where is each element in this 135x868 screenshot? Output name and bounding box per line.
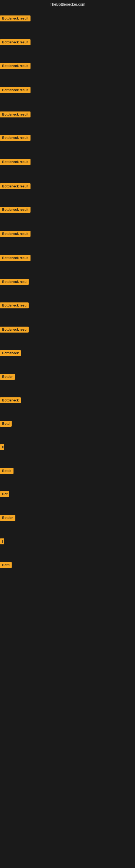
- bottleneck-item-2: Bottleneck result: [0, 63, 31, 70]
- bottleneck-item-11: Bottleneck resu: [0, 279, 29, 286]
- bottleneck-item-9: Bottleneck result: [0, 231, 31, 238]
- site-header: TheBottlenecker.com: [0, 0, 135, 8]
- bottleneck-badge-8[interactable]: Bottleneck result: [0, 207, 31, 213]
- bottleneck-badge-9[interactable]: Bottleneck result: [0, 231, 31, 237]
- site-title: TheBottlenecker.com: [50, 2, 85, 6]
- bottleneck-badge-18[interactable]: B: [0, 444, 4, 450]
- bottleneck-badge-7[interactable]: Bottleneck result: [0, 183, 31, 189]
- bottleneck-badge-5[interactable]: Bottleneck result: [0, 135, 31, 141]
- bottleneck-badge-21[interactable]: Bottlen: [0, 515, 15, 521]
- bottleneck-item-13: Bottleneck resu: [0, 327, 29, 334]
- bottleneck-item-8: Bottleneck result: [0, 207, 31, 214]
- bottleneck-item-19: Bottle: [0, 468, 13, 475]
- bottleneck-badge-12[interactable]: Bottleneck resu: [0, 303, 29, 308]
- bottleneck-item-15: Bottler: [0, 374, 15, 381]
- bottleneck-badge-23[interactable]: Bottl: [0, 562, 12, 568]
- bottleneck-item-21: Bottlen: [0, 515, 15, 522]
- bottleneck-badge-0[interactable]: Bottleneck result: [0, 16, 31, 22]
- bottleneck-item-18: B: [0, 444, 4, 452]
- bottleneck-item-20: Bot: [0, 491, 9, 498]
- bottleneck-item-6: Bottleneck result: [0, 159, 31, 166]
- bottleneck-badge-19[interactable]: Bottle: [0, 468, 13, 474]
- bottleneck-badge-10[interactable]: Bottleneck result: [0, 255, 31, 261]
- bottleneck-item-17: Bottl: [0, 421, 12, 428]
- bottleneck-badge-16[interactable]: Bottleneck: [0, 397, 21, 403]
- bottleneck-item-14: Bottleneck: [0, 350, 21, 357]
- bottleneck-badge-11[interactable]: Bottleneck resu: [0, 279, 29, 285]
- bottleneck-item-23: Bottl: [0, 562, 12, 569]
- bottleneck-item-0: Bottleneck result: [0, 16, 31, 23]
- bottleneck-item-5: Bottleneck result: [0, 135, 31, 142]
- bottleneck-item-22: |: [0, 538, 4, 546]
- bottleneck-item-1: Bottleneck result: [0, 39, 31, 46]
- bottleneck-badge-4[interactable]: Bottleneck result: [0, 112, 31, 118]
- bottleneck-badge-15[interactable]: Bottler: [0, 374, 15, 380]
- bottleneck-item-7: Bottleneck result: [0, 183, 31, 190]
- bottleneck-badge-2[interactable]: Bottleneck result: [0, 63, 31, 69]
- bottleneck-badge-1[interactable]: Bottleneck result: [0, 39, 31, 45]
- bottleneck-badge-6[interactable]: Bottleneck result: [0, 159, 31, 165]
- bottleneck-badge-22[interactable]: |: [0, 538, 4, 545]
- bottleneck-badge-20[interactable]: Bot: [0, 491, 9, 497]
- bottleneck-badge-13[interactable]: Bottleneck resu: [0, 327, 29, 333]
- bottleneck-item-4: Bottleneck result: [0, 112, 31, 119]
- bottleneck-item-10: Bottleneck result: [0, 255, 31, 262]
- bottleneck-badge-3[interactable]: Bottleneck result: [0, 87, 31, 93]
- bottleneck-badge-14[interactable]: Bottleneck: [0, 350, 21, 356]
- bottleneck-item-16: Bottleneck: [0, 397, 21, 404]
- bottleneck-item-3: Bottleneck result: [0, 87, 31, 94]
- bottleneck-badge-17[interactable]: Bottl: [0, 421, 12, 427]
- bottleneck-item-12: Bottleneck resu: [0, 303, 29, 310]
